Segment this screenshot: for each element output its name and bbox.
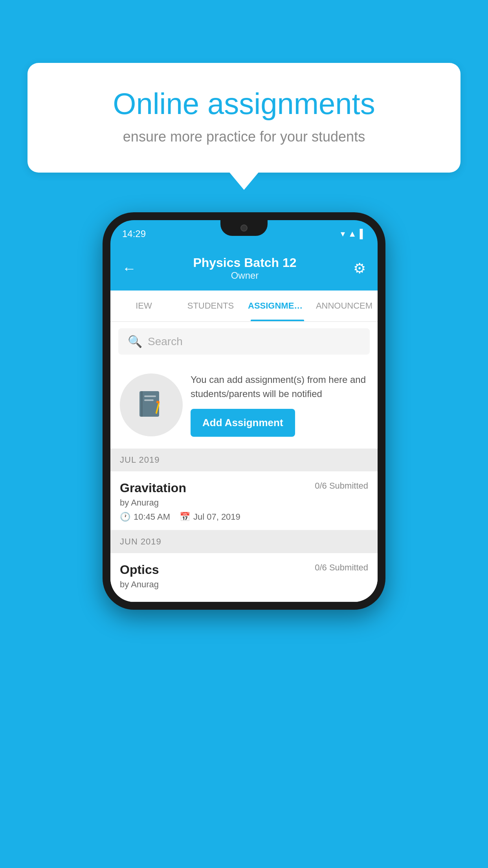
- settings-icon[interactable]: ⚙: [353, 260, 366, 277]
- clock-icon: 🕐: [120, 512, 130, 522]
- assignment-item-optics[interactable]: Optics 0/6 Submitted by Anurag: [110, 553, 378, 602]
- notebook-icon-circle: [120, 373, 183, 436]
- assignment-date: Jul 07, 2019: [193, 512, 240, 522]
- app-bar-title: Physics Batch 12: [193, 256, 296, 270]
- assignment-top-row-optics: Optics 0/6 Submitted: [120, 563, 368, 577]
- back-button[interactable]: ←: [122, 260, 136, 277]
- svg-rect-1: [141, 391, 143, 417]
- signal-icon: ▲: [348, 229, 357, 239]
- notch: [220, 220, 268, 236]
- assignment-time: 10:45 AM: [134, 512, 170, 522]
- assignment-item-gravitation[interactable]: Gravitation 0/6 Submitted by Anurag 🕐 10…: [110, 471, 378, 530]
- info-text-section: You can add assignment(s) from here and …: [191, 373, 368, 437]
- search-bar-container: 🔍 Search: [110, 322, 378, 361]
- assignment-meta: 🕐 10:45 AM 📅 Jul 07, 2019: [120, 512, 368, 522]
- calendar-icon: 📅: [180, 512, 190, 522]
- camera: [240, 224, 248, 232]
- meta-date: 📅 Jul 07, 2019: [180, 512, 240, 522]
- status-icons: ▾ ▲ ▌: [341, 229, 366, 239]
- phone-frame: 14:29 ▾ ▲ ▌ ← Physics Batch 12 Owner ⚙: [103, 212, 385, 610]
- phone-screen: IEW STUDENTS ASSIGNMENTS ANNOUNCEM 🔍 Sea…: [110, 291, 378, 602]
- info-section: You can add assignment(s) from here and …: [110, 361, 378, 449]
- section-header-jun: JUN 2019: [110, 530, 378, 553]
- section-header-jul: JUL 2019: [110, 449, 378, 471]
- notebook-icon: [136, 389, 167, 421]
- speech-bubble-title: Online assignments: [55, 86, 433, 121]
- info-description: You can add assignment(s) from here and …: [191, 373, 368, 401]
- speech-bubble: Online assignments ensure more practice …: [28, 63, 460, 173]
- battery-icon: ▌: [360, 229, 366, 239]
- search-icon: 🔍: [128, 335, 142, 348]
- assignment-submitted-optics: 0/6 Submitted: [315, 563, 368, 573]
- tab-overview[interactable]: IEW: [110, 291, 177, 321]
- app-bar-subtitle: Owner: [193, 270, 296, 281]
- assignment-title-optics: Optics: [120, 563, 159, 577]
- search-input[interactable]: Search: [148, 335, 183, 348]
- phone-mockup: 14:29 ▾ ▲ ▌ ← Physics Batch 12 Owner ⚙: [103, 212, 385, 610]
- tabs-bar: IEW STUDENTS ASSIGNMENTS ANNOUNCEM: [110, 291, 378, 322]
- wifi-icon: ▾: [341, 229, 345, 239]
- assignment-by-optics: by Anurag: [120, 579, 368, 590]
- speech-bubble-subtitle: ensure more practice for your students: [55, 129, 433, 145]
- status-time: 14:29: [122, 228, 146, 239]
- svg-rect-2: [144, 395, 156, 397]
- svg-rect-3: [144, 399, 154, 401]
- assignment-submitted: 0/6 Submitted: [315, 481, 368, 491]
- search-bar[interactable]: 🔍 Search: [118, 328, 370, 355]
- tab-assignments[interactable]: ASSIGNMENTS: [244, 291, 311, 321]
- assignment-title: Gravitation: [120, 481, 186, 495]
- app-bar: ← Physics Batch 12 Owner ⚙: [110, 248, 378, 291]
- tab-announcements[interactable]: ANNOUNCEM: [311, 291, 378, 321]
- assignment-by: by Anurag: [120, 498, 368, 508]
- status-bar: 14:29 ▾ ▲ ▌: [110, 220, 378, 248]
- add-assignment-button[interactable]: Add Assignment: [191, 409, 295, 437]
- speech-bubble-container: Online assignments ensure more practice …: [28, 63, 460, 173]
- meta-time: 🕐 10:45 AM: [120, 512, 170, 522]
- tab-students[interactable]: STUDENTS: [177, 291, 244, 321]
- app-bar-title-section: Physics Batch 12 Owner: [193, 256, 296, 281]
- assignment-top-row: Gravitation 0/6 Submitted: [120, 481, 368, 495]
